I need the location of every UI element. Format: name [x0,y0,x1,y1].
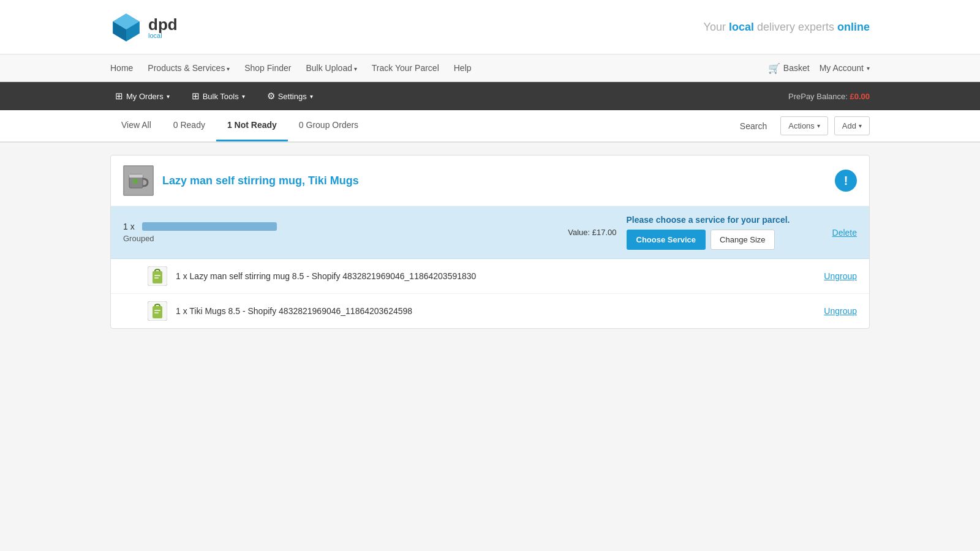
please-choose-text: Please choose a service for your parcel. [627,215,790,225]
main-content: Lazy man self stirring mug, Tiki Mugs ! … [0,143,980,341]
sub-item-2: 1 x Tiki Mugs 8.5 - Shopify 483282196904… [111,294,869,328]
svg-point-8 [133,179,138,184]
my-orders-button[interactable]: ⊞ My Orders [110,88,175,104]
search-button[interactable]: Search [733,116,774,136]
nav-bulk-upload[interactable]: Bulk Upload [306,63,356,73]
order-header-left: Lazy man self stirring mug, Tiki Mugs [123,165,359,196]
settings-button[interactable]: ⚙ Settings [262,88,318,104]
shopify-icon-1 [148,266,167,286]
svg-rect-16 [154,312,159,313]
logo-area: dpd local [110,11,178,43]
settings-label: Settings [278,92,307,101]
logo-brand: dpd [148,15,178,34]
service-buttons: Choose Service Change Size [627,230,775,250]
parcel-row-inner: 1 x Grouped Value: £17.00 Please choose … [123,215,857,250]
qty-line: 1 x [123,222,558,231]
choose-service-button[interactable]: Choose Service [627,230,706,250]
svg-rect-11 [154,275,160,276]
tagline: Your local delivery experts online [704,21,870,34]
shopify-icon-2 [148,301,167,321]
order-header: Lazy man self stirring mug, Tiki Mugs ! [111,156,869,206]
product-thumb-svg [123,165,154,196]
svg-rect-7 [129,174,143,178]
parcel-row: 1 x Grouped Value: £17.00 Please choose … [111,206,869,259]
order-card: Lazy man self stirring mug, Tiki Mugs ! … [110,155,870,329]
nav-bar: Home Products & Services Shop Finder Bul… [0,54,980,82]
tab-not-ready[interactable]: 1 Not Ready [216,110,288,141]
basket-icon: 🛒 [768,62,780,74]
ungroup-link-1[interactable]: Ungroup [824,271,857,281]
warning-icon: ! [835,170,857,192]
account-label: My Account [820,63,864,73]
top-header: dpd local Your local delivery experts on… [0,0,980,54]
prepay-balance: PrePay Balance: £0.00 [788,92,870,101]
my-orders-label: My Orders [126,92,164,101]
dpd-logo-icon [110,11,142,43]
svg-rect-15 [154,310,160,311]
product-thumbnail [123,165,154,196]
basket-link[interactable]: 🛒 Basket [768,62,810,74]
sub-item-text-1: 1 x Lazy man self stirring mug 8.5 - Sho… [176,271,815,281]
redacted-address [142,222,277,231]
parcel-info: 1 x Grouped [123,222,558,243]
nav-products-services[interactable]: Products & Services [148,63,230,73]
nav-home[interactable]: Home [110,63,133,73]
prepay-label: PrePay Balance: [788,92,848,101]
tab-view-all[interactable]: View All [110,110,162,141]
account-arrow-icon: ▾ [867,65,870,72]
actions-button[interactable]: Actions [780,116,828,135]
tab-group-orders[interactable]: 0 Group Orders [288,110,369,141]
add-label: Add [842,121,856,130]
bulk-tools-label: Bulk Tools [203,92,239,101]
filter-right: Search Actions Add [733,116,870,136]
svg-rect-12 [154,277,159,279]
actions-label: Actions [788,121,815,130]
basket-label: Basket [783,63,810,73]
filter-tabs: View All 0 Ready 1 Not Ready 0 Group Ord… [110,110,369,141]
grouped-badge: Grouped [123,234,558,243]
prepay-amount: £0.00 [850,92,870,101]
my-orders-icon: ⊞ [115,91,123,102]
tagline-online: online [837,21,870,33]
logo-text-group: dpd local [148,15,178,39]
order-title: Lazy man self stirring mug, Tiki Mugs [162,174,359,187]
sub-item-1: 1 x Lazy man self stirring mug 8.5 - Sho… [111,259,869,294]
tagline-local: local [729,21,754,33]
toolbar-left: ⊞ My Orders ⊞ Bulk Tools ⚙ Settings [110,88,318,104]
service-area: Please choose a service for your parcel.… [627,215,810,250]
change-size-button[interactable]: Change Size [710,230,774,250]
tab-ready[interactable]: 0 Ready [162,110,216,141]
my-account-link[interactable]: My Account ▾ [820,63,870,73]
tagline-prefix: Your [704,21,729,33]
qty-prefix: 1 x [123,222,135,231]
ungroup-link-2[interactable]: Ungroup [824,306,857,316]
order-value: Value: £17.00 [568,228,616,237]
bulk-tools-icon: ⊞ [192,91,200,102]
tagline-middle: delivery experts [754,21,837,33]
filter-bar: View All 0 Ready 1 Not Ready 0 Group Ord… [0,110,980,143]
bulk-tools-button[interactable]: ⊞ Bulk Tools [187,88,250,104]
nav-help[interactable]: Help [454,63,472,73]
nav-track-parcel[interactable]: Track Your Parcel [372,63,439,73]
nav-links: Home Products & Services Shop Finder Bul… [110,54,472,81]
settings-icon: ⚙ [267,91,275,102]
delete-link[interactable]: Delete [832,228,857,238]
sub-item-text-2: 1 x Tiki Mugs 8.5 - Shopify 483282196904… [176,306,815,316]
nav-right: 🛒 Basket My Account ▾ [768,62,870,74]
add-button[interactable]: Add [834,116,870,135]
nav-shop-finder[interactable]: Shop Finder [244,63,291,73]
dark-toolbar: ⊞ My Orders ⊞ Bulk Tools ⚙ Settings PreP… [0,82,980,110]
